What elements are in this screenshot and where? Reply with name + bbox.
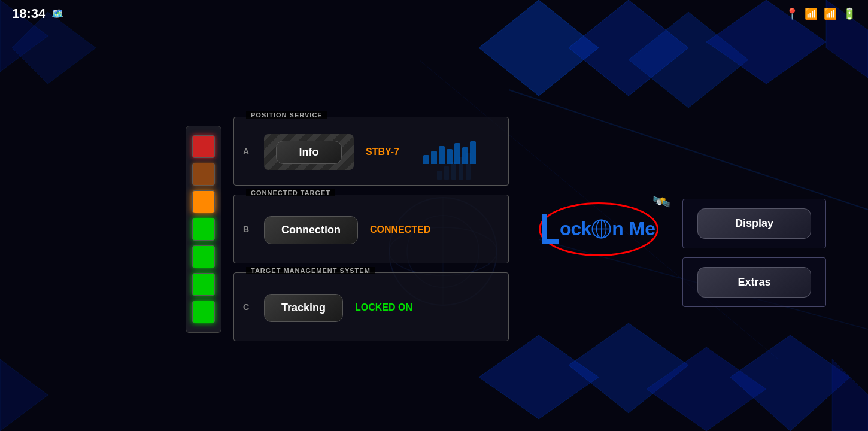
section-position-service: POSITION SERVICE A Info STBY-7 bbox=[233, 117, 509, 186]
locked-on-status: LOCKED ON bbox=[355, 302, 412, 313]
row-label-a: A bbox=[243, 147, 249, 156]
bar-5 bbox=[454, 143, 460, 164]
wifi-icon: 📶 bbox=[805, 7, 818, 20]
indicator-green-2 bbox=[192, 245, 215, 268]
row-label-c: C bbox=[243, 302, 249, 312]
main-content: POSITION SERVICE A Info STBY-7 bbox=[0, 27, 868, 431]
clock: 18:34 bbox=[12, 6, 45, 22]
bar-3 bbox=[439, 146, 445, 164]
panel-inner-a: Info STBY-7 bbox=[264, 128, 499, 176]
status-right: 📍 📶 📶 🔋 bbox=[785, 7, 856, 20]
right-panel: Display Extras bbox=[682, 199, 826, 307]
logo-text-2: n Me bbox=[612, 218, 655, 240]
logo-l-vertical bbox=[542, 214, 547, 244]
indicator-red bbox=[192, 135, 215, 158]
logo-text: ock bbox=[560, 218, 591, 240]
location-icon: 📍 bbox=[785, 7, 799, 20]
satellite-icon: 🛰️ bbox=[652, 193, 670, 210]
stby-status: STBY-7 bbox=[366, 147, 399, 157]
display-section: Display bbox=[682, 199, 826, 248]
logo-text-container: ock n Me bbox=[542, 214, 655, 244]
indicator-green-3 bbox=[192, 273, 215, 296]
bar-6 bbox=[462, 147, 468, 164]
bar-2 bbox=[431, 151, 437, 164]
indicator-brown bbox=[192, 163, 215, 186]
bar-7 bbox=[470, 141, 476, 164]
section-label-c: TARGET MANAGEMENT SYSTEM bbox=[246, 267, 375, 274]
logo-area: ock n Me 🛰️ bbox=[533, 196, 664, 262]
section-label-a: POSITION SERVICE bbox=[246, 111, 327, 119]
panels-container: POSITION SERVICE A Info STBY-7 bbox=[233, 117, 509, 341]
battery-icon: 🔋 bbox=[843, 7, 856, 20]
logo-l-horizontal bbox=[547, 239, 559, 244]
section-label-b: CONNECTED TARGET bbox=[246, 189, 335, 196]
status-bar: 18:34 🗺️ 📍 📶 📶 🔋 bbox=[0, 0, 868, 27]
row-label-b: B bbox=[243, 224, 249, 234]
indicator-green-4 bbox=[192, 301, 215, 323]
section-target-management: TARGET MANAGEMENT SYSTEM C Tracking LOCK… bbox=[233, 272, 509, 341]
indicator-column bbox=[186, 126, 221, 333]
status-left: 18:34 🗺️ bbox=[12, 6, 63, 22]
bar-4 bbox=[447, 149, 453, 164]
info-panel-inner: Info bbox=[264, 134, 354, 170]
logo-container: ock n Me 🛰️ bbox=[533, 196, 664, 262]
display-button[interactable]: Display bbox=[697, 208, 811, 239]
bar-chart bbox=[423, 140, 476, 164]
panel-inner-c: Tracking LOCKED ON bbox=[264, 284, 499, 332]
indicator-green-1 bbox=[192, 218, 215, 241]
connection-button[interactable]: Connection bbox=[264, 216, 358, 244]
extras-button[interactable]: Extras bbox=[697, 267, 811, 298]
connected-status: CONNECTED bbox=[370, 224, 430, 235]
logo-l-letter bbox=[542, 214, 559, 244]
signal-icon: 📶 bbox=[824, 7, 837, 20]
full-layout: POSITION SERVICE A Info STBY-7 bbox=[0, 39, 826, 419]
logo-globe-icon bbox=[591, 218, 612, 239]
extras-section: Extras bbox=[682, 257, 826, 307]
bar-1 bbox=[423, 155, 429, 164]
panel-inner-b: Connection CONNECTED bbox=[264, 206, 499, 254]
section-connected-target: CONNECTED TARGET B Connection CONNECTED bbox=[233, 195, 509, 263]
info-button[interactable]: Info bbox=[276, 141, 342, 164]
tracking-button[interactable]: Tracking bbox=[264, 294, 343, 322]
app-icon: 🗺️ bbox=[51, 8, 63, 19]
indicator-orange bbox=[192, 190, 215, 213]
